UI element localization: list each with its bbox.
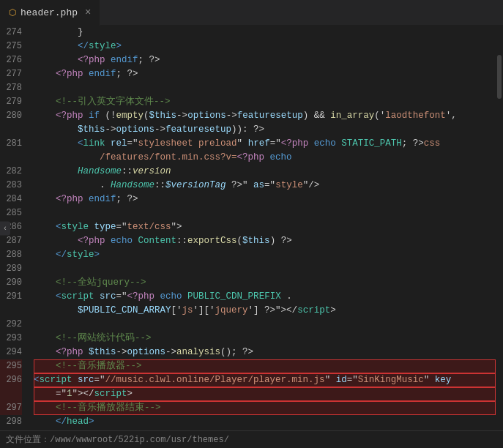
editor: ‹ 274 275 276 277 278 279 280 281 282 28… bbox=[0, 26, 503, 430]
code-line-highlighted: ="1"></script> bbox=[34, 387, 496, 401]
code-line bbox=[34, 81, 496, 95]
code-line bbox=[34, 429, 496, 430]
tab-close-icon[interactable]: × bbox=[85, 7, 91, 18]
scrollbar[interactable] bbox=[496, 26, 503, 430]
code-line: <script src="<?php echo PUBLIC_CDN_PREFI… bbox=[34, 290, 496, 304]
tab-icon: ⬡ bbox=[9, 7, 16, 18]
code-line: } bbox=[34, 26, 496, 40]
code-line: <!--网站统计代码--> bbox=[34, 332, 496, 346]
tab-filename: header.php bbox=[21, 7, 78, 18]
code-line: <link rel="stylesheet preload" href="<?p… bbox=[34, 137, 496, 151]
code-line: Handsome::version bbox=[34, 165, 496, 179]
code-line: <?php endif; ?> bbox=[34, 53, 496, 67]
file-path: 文件位置：/www/wwwroot/522ip.com/usr/themes/ bbox=[6, 433, 229, 446]
code-line: <!--引入英文字体文件--> bbox=[34, 95, 496, 109]
code-line: </head> bbox=[34, 415, 496, 429]
status-bar: 文件位置：/www/wwwroot/522ip.com/usr/themes/ bbox=[0, 430, 503, 448]
code-line: </style> bbox=[34, 40, 496, 53]
code-line bbox=[34, 206, 496, 220]
code-line: /features/font.min.css?v=<?php echo bbox=[34, 151, 496, 165]
code-line bbox=[34, 318, 496, 332]
code-line: <style type="text/css"> bbox=[34, 220, 496, 234]
code-line: <?php endif; ?> bbox=[34, 67, 496, 81]
sidebar-fold[interactable]: ‹ bbox=[0, 221, 10, 235]
code-line: . Handsome::$versionTag ?>" as="style"/> bbox=[34, 179, 496, 193]
code-line: <?php echo Content::exportCss($this) ?> bbox=[34, 234, 496, 248]
code-line-highlighted: <!--音乐播放器结束--> bbox=[34, 401, 496, 415]
scrollbar-thumb[interactable] bbox=[497, 55, 502, 99]
code-line: <?php $this->options->analysis(); ?> bbox=[34, 346, 496, 359]
code-line-highlighted: <!--音乐播放器--> bbox=[34, 359, 496, 373]
code-content: } </style> <?php endif; ?> <?php endif; … bbox=[28, 26, 496, 430]
code-line: <?php if (!empty($this->options->feature… bbox=[34, 109, 496, 123]
tab[interactable]: ⬡ header.php × bbox=[0, 0, 100, 26]
tab-bar: ⬡ header.php × bbox=[0, 0, 503, 26]
code-line: </style> bbox=[34, 248, 496, 262]
code-line: $this->options->featuresetup)): ?> bbox=[34, 123, 496, 137]
code-line: <?php endif; ?> bbox=[34, 193, 496, 206]
code-line bbox=[34, 262, 496, 276]
code-line: $PUBLIC_CDN_ARRAY['js']['jquery'] ?>"></… bbox=[34, 304, 496, 318]
code-line: <!--全站jquery--> bbox=[34, 276, 496, 290]
code-line-highlighted: <script src="//music.clwl.online/Player/… bbox=[34, 373, 496, 387]
